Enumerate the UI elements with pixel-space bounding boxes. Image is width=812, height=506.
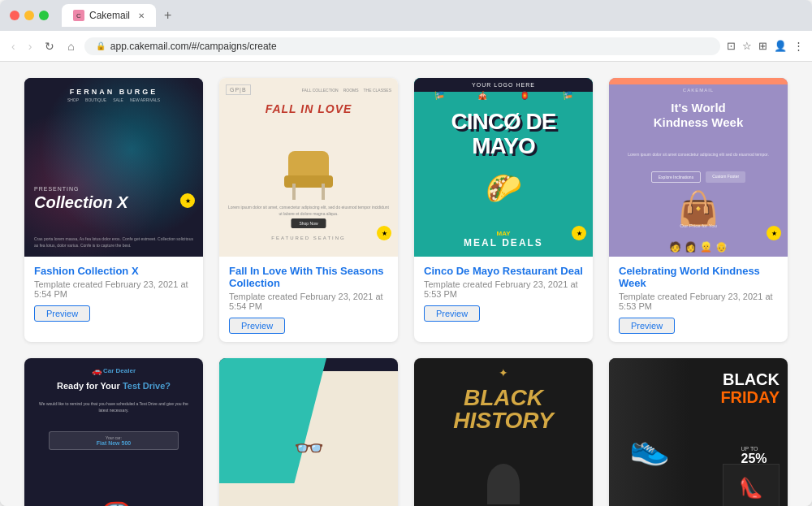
template-preview-fall[interactable]: GP|B FALL COLLECTION ROOMS THE CLASSES F… [219, 78, 398, 257]
fashion-nav-item: SALE [113, 97, 123, 102]
fall-nav-item: THE CLASSES [364, 88, 391, 93]
fall-shop-button[interactable]: Shop Now [291, 218, 326, 228]
refresh-button[interactable]: ↻ [41, 38, 58, 54]
preview-button-fashion[interactable]: Preview [34, 305, 90, 322]
browser-toolbar: ‹ › ↻ ⌂ 🔒 app.cakemail.com/#/campaigns/c… [0, 31, 812, 62]
fashion-presenting: PRESENTING [34, 186, 80, 192]
person-icon: 👴 [715, 241, 728, 253]
minimize-window-button[interactable] [24, 11, 34, 20]
address-bar[interactable]: 🔒 app.cakemail.com/#/campaigns/create [84, 37, 720, 55]
forward-button[interactable]: › [25, 38, 36, 54]
account-icon[interactable]: 👤 [774, 40, 787, 52]
new-tab-button[interactable]: + [159, 8, 176, 23]
car-dealer-logo-text: Car Dealer [103, 367, 136, 374]
history-black: BLACK [414, 387, 593, 409]
kindness-custom-button[interactable]: Custom Footer [706, 171, 745, 183]
car-desc: We would like to remind you that you hav… [37, 400, 191, 413]
car-heading-text: Ready for Your [57, 381, 120, 391]
tab-title: Cakemail [89, 10, 130, 21]
blackfriday-product-box: 👠 [723, 464, 780, 506]
kindness-price-label: Our Price for You [609, 223, 788, 228]
template-preview-blackfriday[interactable]: 👟 BLACK FRIDAY UP TO 25% OFF ON WOMEN SH… [609, 358, 788, 506]
bag-icon: 👜 [678, 189, 719, 227]
kindness-desc: Lorem ipsum dolor sit amet consectetur a… [625, 151, 771, 158]
page-content: FERNAN BURGE SHOP BOUTIQUE SALE NEW ARRI… [0, 62, 812, 506]
extensions-icon[interactable]: ⊞ [758, 40, 767, 52]
fashion-collection-title: Collection X [34, 193, 128, 212]
kindness-logo: CAKEMAIL [609, 88, 788, 93]
template-preview-car[interactable]: Car Dealer Ready for Your Test Drive? We… [24, 358, 203, 506]
maximize-window-button[interactable] [39, 11, 49, 20]
history-star-icon: ✦ [499, 366, 508, 379]
close-window-button[interactable] [10, 11, 19, 20]
kindness-people: 🧑 👩 👱 👴 [609, 241, 788, 253]
kindness-heading: It's World Kindness Week [609, 101, 788, 130]
template-info-fall: Fall In Love With This Seasons Collectio… [219, 257, 398, 342]
template-card-history: ✦ BLACK HISTORY MONTH Black History Mont… [414, 358, 593, 506]
fall-desc: Lorem ipsum dolor sit amet, consectetur … [227, 204, 390, 217]
cinco-may: MAY [414, 230, 593, 237]
menu-icon[interactable]: ⋮ [793, 40, 804, 52]
fall-logo: GP|B [226, 84, 251, 95]
person-icon: 👩 [685, 241, 697, 253]
template-info-cinco: Cinco De Mayo Restaurant Deal Template c… [414, 257, 593, 330]
fall-nav: FALL COLLECTION ROOMS THE CLASSES [302, 88, 391, 93]
browser-content[interactable]: FERNAN BURGE SHOP BOUTIQUE SALE NEW ARRI… [0, 62, 812, 506]
coming-teal-shape [219, 358, 326, 483]
flag-icon: 🎏 [434, 91, 444, 100]
fall-header: GP|B FALL COLLECTION ROOMS THE CLASSES [219, 78, 398, 102]
bookmark-icon[interactable]: ☆ [742, 40, 752, 52]
blackfriday-up-to: UP TO [741, 446, 780, 452]
template-card-blackfriday: 👟 BLACK FRIDAY UP TO 25% OFF ON WOMEN SH… [609, 358, 788, 506]
traffic-lights [10, 11, 49, 20]
preview-button-fall[interactable]: Preview [229, 318, 285, 334]
fashion-badge: ★ [180, 193, 195, 208]
blackfriday-friday-text: FRIDAY [720, 388, 780, 406]
chair-seat [284, 175, 333, 188]
car-image: 🚗 [91, 486, 136, 506]
template-date-kindness: Template created February 23, 2021 at 5:… [619, 292, 778, 311]
car-dealer-logo: Car Dealer [92, 366, 136, 375]
cinco-header: YOUR LOGO HERE [414, 78, 593, 92]
template-info-fashion: Fashion Collection X Template created Fe… [24, 257, 203, 330]
ssl-lock-icon: 🔒 [96, 41, 106, 50]
home-button[interactable]: ⌂ [64, 38, 77, 54]
preview-button-kindness[interactable]: Preview [619, 318, 675, 334]
fashion-nav-item: NEW ARRIVALS [130, 97, 160, 102]
fashion-nav-item: SHOP [67, 97, 79, 102]
cinco-de-text: CINCØ DE MAYO [414, 110, 593, 159]
template-date-fall: Template created February 23, 2021 at 5:… [229, 292, 388, 311]
cinco-title: CINCØ DE [414, 110, 593, 133]
active-tab[interactable]: C Cakemail ✕ [62, 4, 156, 27]
taco-icon: 🌮 [486, 171, 522, 205]
template-info-kindness: Celebrating World Kindness Week Template… [609, 257, 788, 342]
fashion-nav: SHOP BOUTIQUE SALE NEW ARRIVALS [24, 97, 203, 102]
template-title-fashion: Fashion Collection X [34, 265, 193, 277]
template-title-fall: Fall In Love With This Seasons Collectio… [229, 265, 388, 289]
preview-button-cinco[interactable]: Preview [424, 305, 480, 322]
template-date-cinco: Template created February 23, 2021 at 5:… [424, 279, 583, 299]
template-preview-fashion[interactable]: FERNAN BURGE SHOP BOUTIQUE SALE NEW ARRI… [24, 78, 203, 257]
template-preview-history[interactable]: ✦ BLACK HISTORY MONTH [414, 358, 593, 506]
kindness-explore-button[interactable]: Explore Inclinations [651, 171, 701, 183]
template-title-kindness: Celebrating World Kindness Week [619, 265, 778, 289]
shoe-icon: 👠 [739, 477, 763, 500]
blackfriday-friday: FRIDAY [720, 388, 780, 406]
template-preview-kindness[interactable]: CAKEMAIL It's World Kindness Week Lorem … [609, 78, 788, 257]
cast-icon[interactable]: ⊡ [727, 40, 736, 52]
chair-shape [280, 151, 337, 200]
car-name: Fiat New 500 [53, 440, 175, 446]
template-card-coming: SHOP NEW COLLECTION ABOUT 👓 COMING SOON … [219, 358, 398, 506]
template-title-cinco: Cinco De Mayo Restaurant Deal [424, 265, 583, 277]
fall-nav-item: FALL COLLECTION [302, 88, 339, 93]
history-history: HISTORY [414, 409, 593, 432]
browser-window: C Cakemail ✕ + ‹ › ↻ ⌂ 🔒 app.cakemail.co… [0, 0, 812, 506]
back-button[interactable]: ‹ [8, 38, 19, 54]
cinco-flags: 🎏 🎪 🏮 🎏 [418, 91, 589, 100]
template-preview-coming[interactable]: SHOP NEW COLLECTION ABOUT 👓 COMING SOON [219, 358, 398, 506]
template-preview-cinco[interactable]: YOUR LOGO HERE 🎏 🎪 🏮 🎏 CINCØ DE MAYO 🌮 [414, 78, 593, 257]
flag-icon: 🏮 [520, 91, 529, 100]
tab-favicon: C [73, 10, 84, 21]
tab-close-button[interactable]: ✕ [138, 11, 145, 20]
cinco-meal-deals: MAY MEAL DEALS [414, 230, 593, 249]
